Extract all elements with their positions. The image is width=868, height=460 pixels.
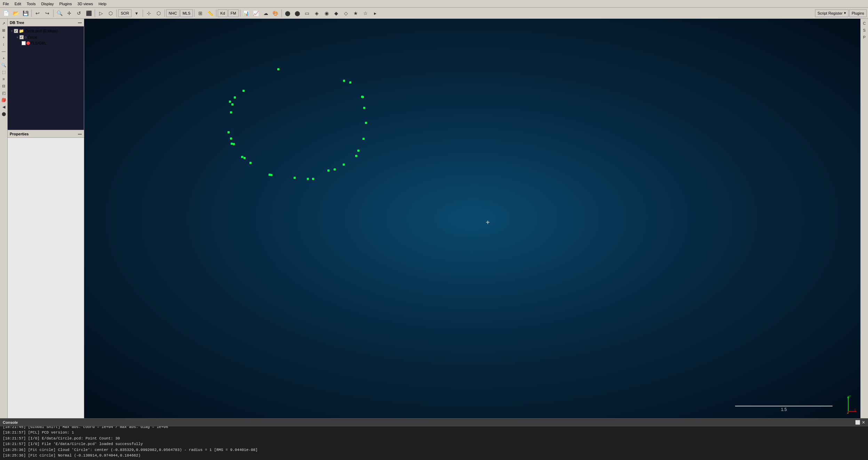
- properties-collapse-btn[interactable]: —: [78, 132, 82, 136]
- tree-tls-check[interactable]: [22, 41, 26, 45]
- point-dot-16: [294, 177, 296, 179]
- sidebar-icon-9[interactable]: ◰: [1, 90, 7, 96]
- db-tree-collapse-btn[interactable]: —: [78, 21, 82, 25]
- script-register-button[interactable]: Script Register ▾: [815, 9, 849, 17]
- toolbar-save-btn[interactable]: 💾: [21, 9, 30, 18]
- toolbar-sep-1: [31, 9, 32, 17]
- toolbar-plane-btn[interactable]: ▭: [303, 9, 312, 18]
- tree-root-item[interactable]: ▼ ✓ 📁 Circle.pcd (E:/data): [9, 28, 82, 34]
- toolbar-measure-btn[interactable]: 📏: [206, 9, 215, 18]
- console-header: Console ⬜ ✕: [0, 419, 868, 426]
- tree-circle-check[interactable]: ✓: [19, 35, 24, 39]
- sidebar-icon-dot[interactable]: ⬤: [1, 111, 7, 117]
- toolbar-nhc-btn[interactable]: NHC: [166, 9, 180, 17]
- tree-tls-item[interactable]: TLS/GBL: [9, 40, 82, 46]
- toolbar-sphere-btn[interactable]: ⬤: [283, 9, 292, 18]
- scale-bar: 1.5: [735, 406, 833, 412]
- console-line-6: [18:25:36] [Fit circle] Normal (-0.13091…: [3, 453, 865, 459]
- toolbar-extra6-btn[interactable]: ☆: [361, 9, 370, 18]
- toolbar-point-btn[interactable]: ⊹: [144, 9, 153, 18]
- sidebar-icon-7[interactable]: ≡: [1, 76, 7, 82]
- toolbar-grid-btn[interactable]: ⊞: [196, 9, 205, 18]
- toolbar-open-btn[interactable]: 📂: [11, 9, 20, 18]
- right-sidebar-icon-2[interactable]: S: [861, 27, 868, 33]
- tree-root-check[interactable]: ✓: [14, 29, 18, 33]
- menu-help[interactable]: Help: [96, 2, 109, 6]
- toolbar-color-btn[interactable]: 🎨: [271, 9, 280, 18]
- console-resize-btn[interactable]: ⬜: [855, 420, 860, 425]
- sidebar-icon-5[interactable]: +: [1, 55, 7, 61]
- toolbar-scale-btn[interactable]: ⬛: [84, 9, 93, 18]
- tree-tls-label: TLS/GBL: [31, 41, 46, 45]
- toolbar-sor-btn[interactable]: SOR: [118, 9, 132, 17]
- toolbar-sep-2: [53, 9, 54, 17]
- tree-circle-item[interactable]: ▼ ✓ ○ Circle: [9, 34, 82, 40]
- toolbar-zoom-btn[interactable]: 🔍: [55, 9, 64, 18]
- toolbar-sep-7: [194, 9, 194, 17]
- svg-text:Z: Z: [847, 411, 849, 414]
- toolbar-sep-3: [95, 9, 95, 17]
- point-dot-18: [312, 178, 314, 180]
- right-sidebar-icon-P[interactable]: P: [861, 34, 868, 40]
- sidebar-icon-back[interactable]: ◀: [1, 104, 7, 110]
- toolbar-hist-btn[interactable]: 📈: [252, 9, 261, 18]
- crosshair: +: [486, 219, 490, 227]
- toolbar-fm-btn[interactable]: FM: [228, 9, 239, 17]
- sidebar-icon-1[interactable]: ⊞: [1, 27, 7, 33]
- main-layout: ↗ ⊞ + ↕ — + 🔍 ⬚ ≡ ⊟ ◰ 🎒 ◀ ⬤ DB Tree — ▼ …: [0, 19, 868, 418]
- toolbar-cylinder-btn[interactable]: ⬤: [293, 9, 302, 18]
- toolbar-lasso-btn[interactable]: ⬡: [106, 9, 115, 18]
- console-close-btn[interactable]: ✕: [862, 420, 865, 425]
- menu-3dviews[interactable]: 3D views: [75, 2, 96, 6]
- right-sidebar: C S P: [860, 19, 868, 418]
- menu-plugins[interactable]: Plugins: [56, 2, 74, 6]
- toolbar-stats-btn[interactable]: 📊: [242, 9, 251, 18]
- script-register-label: Script Register: [818, 11, 843, 15]
- toolbar-wire-btn[interactable]: ⬡: [154, 9, 163, 18]
- point-dot-4: [242, 90, 245, 92]
- point-dot-8: [228, 131, 230, 133]
- left-sidebar: ↗ ⊞ + ↕ — + 🔍 ⬚ ≡ ⊟ ◰ 🎒 ◀ ⬤: [0, 19, 8, 418]
- toolbar-translate-btn[interactable]: ✛: [65, 9, 74, 18]
- point-dot-17: [307, 178, 309, 180]
- scale-label: 1.5: [781, 407, 787, 412]
- viewport[interactable]: + 1.5 Y X Z: [84, 19, 860, 418]
- sidebar-icon-4[interactable]: —: [1, 48, 7, 54]
- db-tree-title: DB Tree: [10, 21, 24, 25]
- toolbar-extra7-btn[interactable]: ▸: [371, 9, 380, 18]
- menu-tools[interactable]: Tools: [24, 2, 39, 6]
- sidebar-icon-3[interactable]: ↕: [1, 41, 7, 47]
- point-dot-11: [241, 156, 243, 158]
- toolbar-extra4-btn[interactable]: ◇: [342, 9, 351, 18]
- toolbar-new-btn[interactable]: 📄: [1, 9, 10, 18]
- sidebar-icon-bag[interactable]: 🎒: [1, 97, 7, 103]
- menu-edit[interactable]: Edit: [12, 2, 24, 6]
- console-line-3: [18:21:57] [I/O] E/data/Circle.pcd: Poin…: [3, 436, 865, 442]
- toolbar-undo-btn[interactable]: ↩: [33, 9, 42, 18]
- toolbar-mls-btn[interactable]: MLS: [180, 9, 193, 17]
- sidebar-icon-arrow[interactable]: ↗: [1, 20, 7, 26]
- toolbar-extra1-btn[interactable]: ◈: [312, 9, 321, 18]
- tree-root-label: Circle.pcd (E:/data): [25, 29, 57, 33]
- point-dot-6: [229, 101, 231, 103]
- toolbar-redo-btn[interactable]: ↪: [43, 9, 52, 18]
- sidebar-icon-8[interactable]: ⊟: [1, 83, 7, 89]
- toolbar-sep-4: [117, 9, 117, 17]
- toolbar-extra2-btn[interactable]: ◉: [322, 9, 331, 18]
- toolbar-extra5-btn[interactable]: ★: [351, 9, 360, 18]
- sidebar-icon-2[interactable]: +: [1, 34, 7, 40]
- toolbar-kd-btn[interactable]: Kd: [218, 9, 227, 17]
- toolbar-cloud-btn[interactable]: ☁: [261, 9, 270, 18]
- menu-file[interactable]: File: [0, 2, 12, 6]
- toolbar-rotate-btn[interactable]: ↺: [74, 9, 83, 18]
- toolbar-extra3-btn[interactable]: ◆: [332, 9, 341, 18]
- console-header-btns: ⬜ ✕: [855, 420, 865, 425]
- toolbar-dropdown-sor[interactable]: ▾: [132, 9, 141, 18]
- right-sidebar-icon-1[interactable]: C: [861, 20, 868, 26]
- tls-dot-icon: [26, 41, 30, 45]
- plugins-button[interactable]: Plugins: [849, 9, 867, 17]
- sidebar-icon-search[interactable]: 🔍: [1, 62, 7, 68]
- toolbar-select-btn[interactable]: ▷: [96, 9, 105, 18]
- sidebar-icon-6[interactable]: ⬚: [1, 69, 7, 75]
- menu-display[interactable]: Display: [38, 2, 56, 6]
